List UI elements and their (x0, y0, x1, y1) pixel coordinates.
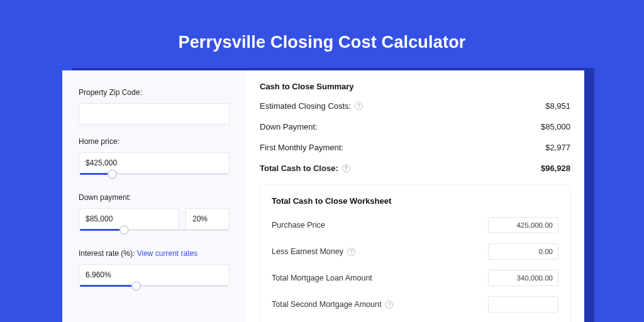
summary-row-total-cash: Total Cash to Close: ? $96,928 (260, 164, 570, 173)
worksheet-input[interactable] (488, 270, 558, 286)
summary-row-first-payment: First Monthly Payment: $2,977 (260, 143, 570, 152)
worksheet-label: Less Earnest Money (272, 247, 343, 256)
zip-label: Property Zip Code: (79, 88, 230, 97)
worksheet-label: Total Mortgage Loan Amount (272, 274, 372, 282)
interest-rate-field: Interest rate (%): View current rates (79, 249, 230, 292)
home-price-field: Home price: (79, 137, 230, 180)
home-price-label: Home price: (79, 137, 230, 146)
inputs-panel: Property Zip Code: Home price: Down paym… (62, 70, 246, 322)
summary-heading: Cash to Close Summary (260, 82, 570, 91)
summary-label: Total Cash to Close: (260, 164, 338, 173)
calculator-card: Property Zip Code: Home price: Down paym… (62, 70, 584, 322)
down-payment-input[interactable] (79, 208, 179, 230)
down-payment-label: Down payment: (79, 193, 230, 202)
view-rates-link[interactable]: View current rates (137, 249, 198, 258)
summary-label: First Monthly Payment: (260, 143, 343, 152)
slider-thumb[interactable] (119, 225, 129, 235)
summary-value: $96,928 (541, 164, 570, 173)
worksheet-panel: Total Cash to Close Worksheet Purchase P… (260, 184, 570, 322)
help-icon[interactable]: ? (355, 102, 363, 110)
help-icon[interactable]: ? (347, 248, 355, 256)
slider-fill (80, 285, 137, 287)
worksheet-label: Total Second Mortgage Amount (272, 300, 381, 309)
worksheet-input[interactable] (488, 243, 558, 260)
home-price-slider[interactable] (79, 173, 230, 180)
help-icon[interactable]: ? (385, 301, 393, 309)
interest-rate-label: Interest rate (%): View current rates (79, 249, 230, 258)
summary-value: $2,977 (545, 143, 570, 152)
page-title: Perrysville Closing Cost Calculator (0, 0, 644, 52)
worksheet-label: Purchase Price (272, 221, 325, 230)
summary-row-down-payment: Down Payment: $85,000 (260, 122, 570, 131)
interest-rate-slider[interactable] (79, 285, 230, 292)
interest-rate-input[interactable] (79, 264, 230, 286)
slider-thumb[interactable] (108, 169, 117, 179)
zip-field: Property Zip Code: (79, 88, 230, 125)
home-price-input[interactable] (79, 152, 230, 174)
worksheet-row-second-mortgage: Total Second Mortgage Amount ? (272, 296, 558, 313)
worksheet-heading: Total Cash to Close Worksheet (272, 196, 558, 206)
slider-fill (80, 229, 125, 231)
slider-thumb[interactable] (131, 281, 141, 291)
summary-label: Down Payment: (260, 122, 318, 131)
zip-input[interactable] (79, 103, 230, 125)
down-payment-field: Down payment: (79, 193, 230, 236)
worksheet-input[interactable] (488, 296, 558, 313)
summary-value: $8,951 (545, 101, 570, 111)
down-payment-slider[interactable] (79, 229, 230, 236)
results-panel: Cash to Close Summary Estimated Closing … (246, 70, 584, 322)
down-payment-pct-input[interactable] (186, 208, 230, 230)
summary-row-closing-costs: Estimated Closing Costs: ? $8,951 (260, 101, 570, 111)
help-icon[interactable]: ? (342, 164, 350, 172)
worksheet-row-purchase-price: Purchase Price (272, 217, 558, 233)
summary-value: $85,000 (541, 122, 570, 131)
worksheet-input[interactable] (488, 217, 558, 233)
interest-label-text: Interest rate (%): (79, 249, 135, 258)
worksheet-row-mortgage-amount: Total Mortgage Loan Amount (272, 270, 558, 286)
worksheet-row-earnest-money: Less Earnest Money ? (272, 243, 558, 260)
summary-label: Estimated Closing Costs: (260, 101, 351, 111)
